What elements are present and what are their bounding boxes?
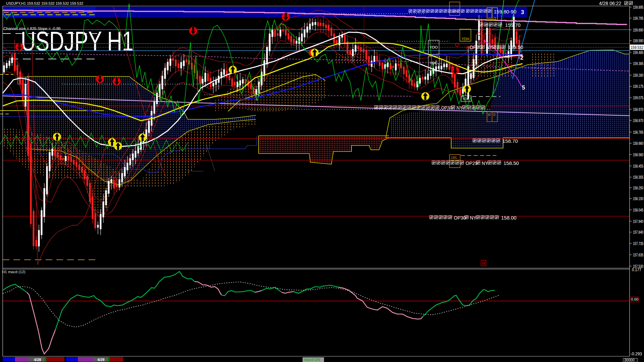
svg-text:159.795: 159.795 xyxy=(633,16,643,21)
svg-text:Channel size = 835 Slope = -0.: Channel size = 835 Slope = -0.86 xyxy=(3,26,61,31)
svg-text:157.635: 157.635 xyxy=(633,253,643,257)
svg-text:YDC: YDC xyxy=(430,61,437,65)
svg-text:NY: NY xyxy=(482,161,488,166)
svg-text:NY: NY xyxy=(486,45,493,50)
svg-text:YDO: YDO xyxy=(430,45,438,49)
svg-text:158.870: 158.870 xyxy=(633,118,643,123)
svg-text:157.735: 157.735 xyxy=(633,241,643,246)
svg-text:158.150: 158.150 xyxy=(633,196,643,201)
svg-text:H1 macd (12): H1 macd (12) xyxy=(2,270,25,274)
svg-text:159.532: 159.532 xyxy=(631,45,643,50)
svg-text:W: W xyxy=(488,16,491,20)
svg-text:159.50: 159.50 xyxy=(508,44,523,50)
svg-text:158.70: 158.70 xyxy=(502,138,518,144)
svg-text:-0.293: -0.293 xyxy=(631,352,642,356)
svg-text:158.560: 158.560 xyxy=(633,153,643,157)
svg-text:158.970: 158.970 xyxy=(633,107,643,112)
svg-text:YDL: YDL xyxy=(463,97,469,101)
svg-text:159.175: 159.175 xyxy=(633,84,643,89)
svg-text:159.075: 159.075 xyxy=(633,96,643,100)
svg-text:W: W xyxy=(488,113,491,117)
svg-text:4/28: 4/28 xyxy=(34,358,41,362)
svg-text:OP30: OP30 xyxy=(441,105,452,110)
svg-text:NY: NY xyxy=(470,215,477,221)
svg-text:0.177: 0.177 xyxy=(632,267,641,272)
svg-text:30000: 30000 xyxy=(624,358,635,362)
svg-text:158.50: 158.50 xyxy=(503,160,519,166)
svg-text:159.280: 159.280 xyxy=(633,73,643,78)
svg-text:5: 5 xyxy=(522,84,525,91)
svg-text:D: D xyxy=(493,113,495,117)
svg-text:158.660: 158.660 xyxy=(633,141,643,146)
svg-text:157.840: 157.840 xyxy=(633,230,643,235)
svg-text:USDJPY,H1 159.532 159.532 159: USDJPY,H1 159.532 159.532 159.532 159.53… xyxy=(6,1,83,5)
svg-text:159.590: 159.590 xyxy=(633,39,643,43)
svg-text:4/28 06:22: 4/28 06:22 xyxy=(599,1,621,6)
svg-text:158.045: 158.045 xyxy=(633,208,643,213)
svg-text:YDH: YDH xyxy=(462,37,469,41)
svg-text:OP30: OP30 xyxy=(470,45,482,50)
svg-text:OP30: OP30 xyxy=(454,215,466,221)
svg-text:0.00: 0.00 xyxy=(631,297,638,301)
svg-text:D: D xyxy=(493,16,496,20)
svg-text:2: 2 xyxy=(520,55,523,61)
svg-text:158.250: 158.250 xyxy=(633,186,643,190)
svg-text:158.455: 158.455 xyxy=(633,164,643,169)
svg-text:LWL: LWL xyxy=(451,156,458,160)
svg-text:M: M xyxy=(482,261,485,265)
svg-text:159.385: 159.385 xyxy=(633,61,643,66)
svg-text:NY: NY xyxy=(457,105,463,110)
svg-text:157.940: 157.940 xyxy=(633,219,643,224)
svg-text:159.485: 159.485 xyxy=(633,50,643,55)
svg-text:158.00: 158.00 xyxy=(501,215,517,221)
svg-text:OP29: OP29 xyxy=(466,161,478,166)
svg-text:macd ON: macd ON xyxy=(304,358,320,362)
svg-text:159.80-90: 159.80-90 xyxy=(494,9,517,14)
svg-text:4/29: 4/29 xyxy=(97,358,104,362)
svg-text:159.70: 159.70 xyxy=(505,22,521,28)
svg-text:159.895: 159.895 xyxy=(633,5,643,10)
svg-text:159.690: 159.690 xyxy=(633,28,643,33)
svg-text:158.355: 158.355 xyxy=(633,175,643,180)
svg-text:158.765: 158.765 xyxy=(633,130,643,135)
svg-text:3: 3 xyxy=(521,9,524,15)
